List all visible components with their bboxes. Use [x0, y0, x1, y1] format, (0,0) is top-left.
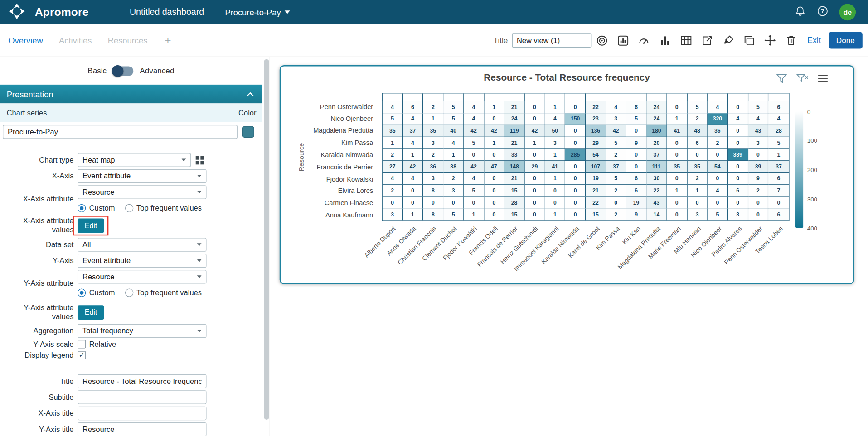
add-tab-button[interactable]: + — [165, 34, 171, 47]
heatmap-cell[interactable]: 1 — [484, 137, 504, 149]
heatmap-cell[interactable]: 4 — [383, 101, 403, 113]
heatmap-cell[interactable]: 4 — [443, 137, 464, 149]
heatmap-cell[interactable]: 180 — [647, 125, 667, 137]
heatmap-cell[interactable]: 6 — [687, 137, 708, 149]
x-custom-radio[interactable] — [78, 204, 86, 212]
heatmap-cell[interactable]: 107 — [586, 161, 606, 172]
heatmap-cell[interactable]: 3 — [687, 209, 708, 220]
filter-clear-icon[interactable] — [796, 73, 809, 86]
filter-icon[interactable] — [776, 73, 788, 86]
heatmap-cell[interactable]: 1 — [403, 149, 423, 161]
heatmap-cell[interactable]: 2 — [423, 101, 444, 113]
heatmap-cell[interactable]: 22 — [647, 185, 667, 196]
heatmap-cell[interactable]: 4 — [403, 173, 423, 185]
view-title-input[interactable] — [512, 33, 592, 48]
delete-icon[interactable] — [781, 32, 801, 49]
heatmap-cell[interactable]: 5 — [606, 173, 626, 185]
heatmap-cell[interactable]: 0 — [565, 125, 586, 137]
y-axis-title-input[interactable] — [78, 422, 207, 436]
heatmap-cell[interactable]: 4 — [464, 173, 484, 185]
heatmap-cell[interactable]: 5 — [626, 113, 647, 125]
heatmap-cell[interactable]: 29 — [525, 161, 545, 172]
heatmap-cell[interactable]: 1 — [383, 137, 403, 149]
heatmap-cell[interactable]: 0 — [565, 161, 586, 172]
heatmap-cell[interactable]: 6 — [769, 101, 789, 113]
heatmap-cell[interactable]: 320 — [708, 113, 728, 125]
heatmap-cell[interactable]: 0 — [565, 197, 586, 209]
heatmap-cell[interactable]: 0 — [525, 173, 545, 185]
heatmap-cell[interactable]: 0 — [403, 197, 423, 209]
heatmap-cell[interactable]: 15 — [504, 185, 525, 196]
heatmap-cell[interactable]: 2 — [687, 173, 708, 185]
heatmap-cell[interactable]: 3 — [545, 137, 565, 149]
tab-overview[interactable]: Overview — [8, 36, 43, 45]
heatmap-cell[interactable]: 0 — [728, 173, 748, 185]
heatmap-cell[interactable]: 37 — [403, 125, 423, 137]
heatmap-cell[interactable]: 42 — [484, 125, 504, 137]
heatmap-cell[interactable]: 33 — [504, 149, 525, 161]
column-chart-icon[interactable] — [655, 32, 675, 49]
x-axis-title-input[interactable] — [78, 407, 207, 421]
heatmap-cell[interactable]: 2 — [748, 185, 769, 196]
heatmap-cell[interactable]: 36 — [423, 161, 444, 172]
heatmap-cell[interactable]: 5 — [748, 101, 769, 113]
heatmap-cell[interactable]: 0 — [464, 197, 484, 209]
log-selector-dropdown[interactable]: Procure-to-Pay — [225, 7, 290, 17]
heatmap-cell[interactable]: 0 — [565, 101, 586, 113]
heatmap-cell[interactable]: 1 — [687, 185, 708, 196]
heatmap-cell[interactable]: 285 — [565, 149, 586, 161]
heatmap-cell[interactable]: 14 — [647, 209, 667, 220]
y-top-frequent-radio[interactable] — [125, 289, 133, 297]
heatmap-cell[interactable]: 0 — [525, 101, 545, 113]
heatmap-cell[interactable]: 40 — [443, 125, 464, 137]
heatmap-cell[interactable]: 1 — [464, 209, 484, 220]
heatmap-cell[interactable]: 6 — [769, 209, 789, 220]
heatmap-cell[interactable]: 43 — [748, 125, 769, 137]
heatmap-cell[interactable]: 54 — [586, 149, 606, 161]
heatmap-cell[interactable]: 39 — [748, 161, 769, 172]
heatmap-cell[interactable]: 0 — [525, 185, 545, 196]
heatmap-cell[interactable]: 0 — [626, 149, 647, 161]
heatmap-cell[interactable]: 150 — [565, 113, 586, 125]
heatmap-cell[interactable]: 0 — [606, 197, 626, 209]
heatmap-cell[interactable]: 0 — [565, 173, 586, 185]
heatmap-cell[interactable]: 6 — [728, 185, 748, 196]
heatmap-cell[interactable]: 35 — [423, 125, 444, 137]
heatmap-cell[interactable]: 0 — [667, 149, 687, 161]
heatmap-cell[interactable]: 1 — [545, 101, 565, 113]
heatmap-cell[interactable]: 0 — [484, 113, 504, 125]
heatmap-cell[interactable]: 3 — [383, 209, 403, 220]
y-axis-values-edit-button[interactable]: Edit — [78, 305, 104, 320]
heatmap-cell[interactable]: 0 — [667, 101, 687, 113]
heatmap-cell[interactable]: 0 — [708, 173, 728, 185]
notifications-bell-icon[interactable] — [795, 5, 806, 19]
heatmap-cell[interactable]: 35 — [687, 161, 708, 172]
heatmap-cell[interactable]: 19 — [626, 197, 647, 209]
heatmap-cell[interactable]: 0 — [626, 161, 647, 172]
heatmap-cell[interactable]: 0 — [748, 209, 769, 220]
chart-widget[interactable]: Resource - Total Resource frequency Reso… — [280, 65, 854, 284]
pivot-table-icon[interactable] — [675, 32, 696, 49]
heatmap-cell[interactable]: 6 — [626, 185, 647, 196]
heatmap-cell[interactable]: 37 — [606, 161, 626, 172]
heatmap-cell[interactable]: 0 — [545, 197, 565, 209]
heatmap-cell[interactable]: 4 — [403, 113, 423, 125]
heatmap-cell[interactable]: 0 — [423, 197, 444, 209]
heatmap-cell[interactable]: 3 — [728, 209, 748, 220]
heatmap-cell[interactable]: 2 — [423, 149, 444, 161]
heatmap-cell[interactable]: 36 — [708, 125, 728, 137]
series-color-swatch[interactable] — [242, 126, 254, 138]
heatmap-cell[interactable]: 42 — [606, 125, 626, 137]
heatmap-cell[interactable]: 1 — [423, 113, 444, 125]
heatmap-cell[interactable]: 0 — [728, 161, 748, 172]
heatmap-cell[interactable]: 8 — [423, 209, 444, 220]
y-axis-select[interactable]: Event attribute — [78, 254, 207, 268]
heatmap-cell[interactable]: 3 — [423, 137, 444, 149]
basic-advanced-toggle[interactable] — [112, 66, 133, 76]
duplicate-icon[interactable] — [739, 32, 760, 49]
heatmap-cell[interactable]: 41 — [667, 125, 687, 137]
heatmap-cell[interactable]: 4 — [769, 113, 789, 125]
gauge-icon[interactable] — [634, 32, 655, 49]
heatmap-cell[interactable]: 29 — [586, 137, 606, 149]
heatmap-cell[interactable]: 37 — [647, 149, 667, 161]
